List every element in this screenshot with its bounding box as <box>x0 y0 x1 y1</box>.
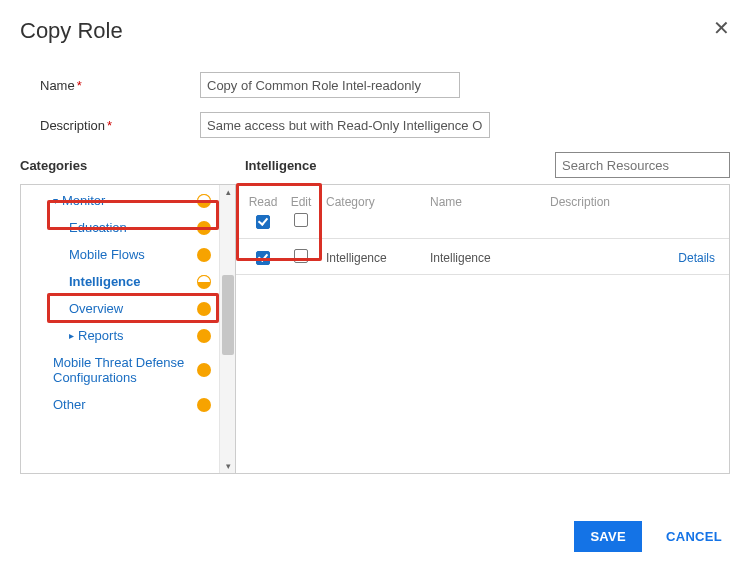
categories-panel: ▾Monitor Education Mobile Flows Intellig… <box>21 185 236 473</box>
sidebar-item-mobile-threat-defense[interactable]: Mobile Threat Defense Configurations <box>21 349 219 391</box>
row-name: Intelligence <box>430 251 550 265</box>
permissions-panel: Read Edit Category Name Description Inte… <box>236 185 729 473</box>
details-link[interactable]: Details <box>678 251 715 265</box>
sidebar-item-other[interactable]: Other <box>21 391 219 418</box>
status-indicator-full-icon <box>197 363 211 377</box>
categories-scrollbar[interactable]: ▴ ▾ <box>219 185 235 473</box>
edit-all-checkbox[interactable] <box>294 213 308 227</box>
name-input[interactable] <box>200 72 460 98</box>
status-indicator-half-icon <box>197 194 211 208</box>
sidebar-item-monitor[interactable]: ▾Monitor <box>21 187 219 214</box>
chevron-down-icon: ▾ <box>53 195 58 206</box>
permissions-header-row: Read Edit Category Name Description <box>244 195 721 209</box>
scroll-thumb[interactable] <box>222 275 234 355</box>
save-button[interactable]: SAVE <box>574 521 642 552</box>
description-input[interactable] <box>200 112 490 138</box>
row-category: Intelligence <box>320 251 430 265</box>
detail-heading: Intelligence <box>245 158 555 173</box>
scroll-down-icon[interactable]: ▾ <box>220 459 236 473</box>
column-description: Description <box>550 195 661 209</box>
status-indicator-full-icon <box>197 329 211 343</box>
status-indicator-full-icon <box>197 248 211 262</box>
description-label: Description* <box>40 118 200 133</box>
status-indicator-full-icon <box>197 302 211 316</box>
sidebar-item-education[interactable]: Education <box>21 214 219 241</box>
chevron-right-icon: ▸ <box>69 330 74 341</box>
status-indicator-full-icon <box>197 221 211 235</box>
column-category: Category <box>320 195 430 209</box>
name-label: Name* <box>40 78 200 93</box>
dialog-title: Copy Role <box>20 18 123 44</box>
edit-checkbox[interactable] <box>294 249 308 263</box>
cancel-button[interactable]: CANCEL <box>660 528 728 545</box>
status-indicator-full-icon <box>197 398 211 412</box>
search-input[interactable] <box>555 152 730 178</box>
sidebar-item-reports[interactable]: ▸Reports <box>21 322 219 349</box>
sidebar-item-intelligence[interactable]: Intelligence <box>21 268 219 295</box>
close-icon[interactable]: ✕ <box>713 18 730 38</box>
read-all-checkbox[interactable] <box>256 215 270 229</box>
permission-row: Intelligence Intelligence Details <box>244 249 721 266</box>
column-name: Name <box>430 195 550 209</box>
sidebar-item-overview[interactable]: Overview <box>21 295 219 322</box>
scroll-up-icon[interactable]: ▴ <box>220 185 236 199</box>
status-indicator-half-icon <box>197 275 211 289</box>
column-read: Read <box>244 195 282 209</box>
column-edit: Edit <box>282 195 320 209</box>
sidebar-item-mobile-flows[interactable]: Mobile Flows <box>21 241 219 268</box>
categories-heading: Categories <box>20 158 245 173</box>
read-checkbox[interactable] <box>256 251 270 265</box>
